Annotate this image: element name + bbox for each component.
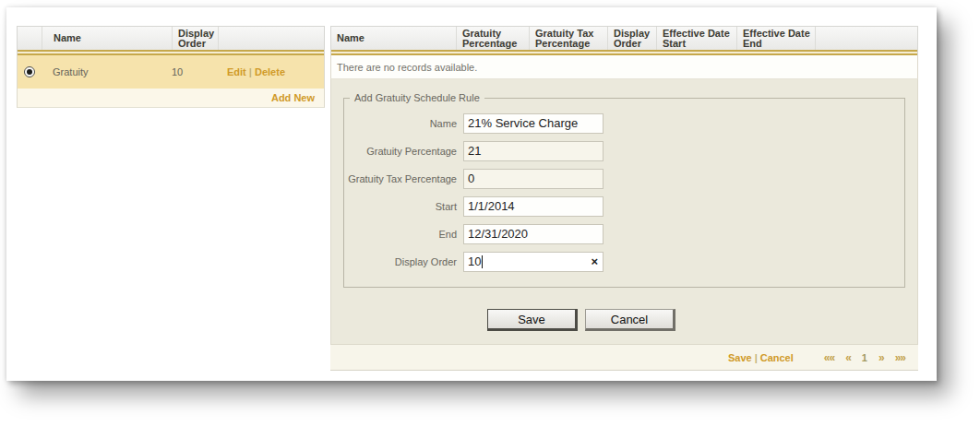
add-rule-form-area: Add Gratuity Schedule Rule Name Gratuity… xyxy=(330,79,918,344)
first-page-icon[interactable]: «« xyxy=(824,351,834,364)
cancel-button[interactable]: Cancel xyxy=(585,309,675,331)
gratuity-percentage-field[interactable] xyxy=(463,141,604,161)
fieldset-legend: Add Gratuity Schedule Rule xyxy=(350,92,484,103)
left-header-display-order: Display Order xyxy=(172,27,218,50)
footer-save-link[interactable]: Save xyxy=(728,352,752,363)
row-actions-cell: Edit | Delete xyxy=(218,66,324,77)
footer-cancel-link[interactable]: Cancel xyxy=(760,352,794,363)
clear-field-icon[interactable]: × xyxy=(591,254,598,268)
add-new-row: Add New xyxy=(17,89,325,108)
edit-link[interactable]: Edit xyxy=(227,66,246,77)
pagination: «« « 1 » »» xyxy=(819,351,911,364)
header-empty-column xyxy=(815,27,917,50)
form-row-start: Start xyxy=(344,195,904,217)
row-radio-button[interactable] xyxy=(18,66,42,77)
gratuity-percentage-label: Gratuity Percentage xyxy=(344,146,457,157)
footer-separator: | xyxy=(755,352,758,363)
action-separator: | xyxy=(249,66,252,77)
end-date-field[interactable] xyxy=(463,224,604,244)
start-label: Start xyxy=(344,201,457,212)
header-effective-date-start: Effective Date Start xyxy=(656,27,736,50)
right-table-header: Name Gratuity Percentage Gratuity Tax Pe… xyxy=(330,26,918,50)
left-header-radio-column xyxy=(18,27,42,50)
name-field[interactable] xyxy=(463,113,604,134)
radio-selected-icon xyxy=(24,66,35,77)
current-page-number: 1 xyxy=(862,352,867,363)
gratuity-tax-percentage-label: Gratuity Tax Percentage xyxy=(344,173,457,184)
form-row-gratuity-tax-percentage: Gratuity Tax Percentage xyxy=(344,168,904,189)
display-order-field[interactable]: 10 × xyxy=(463,252,604,272)
form-row-gratuity-percentage: Gratuity Percentage xyxy=(344,140,904,161)
display-order-label: Display Order xyxy=(344,256,457,267)
form-row-end: End xyxy=(344,223,904,244)
table-row-gratuity[interactable]: Gratuity 10 Edit | Delete xyxy=(17,55,325,89)
header-effective-date-end: Effective Date End xyxy=(736,27,815,50)
header-name: Name xyxy=(331,27,456,50)
form-row-name: Name xyxy=(344,112,904,134)
header-gratuity-tax-percentage: Gratuity Tax Percentage xyxy=(529,27,607,50)
display-order-value: 10 xyxy=(468,254,481,268)
last-page-icon[interactable]: »» xyxy=(895,351,905,364)
end-label: End xyxy=(344,229,457,240)
previous-page-icon[interactable]: « xyxy=(845,351,851,364)
save-button[interactable]: Save xyxy=(487,309,578,331)
start-date-field[interactable] xyxy=(463,196,604,217)
gratuity-schedule-panel: Name Gratuity Percentage Gratuity Tax Pe… xyxy=(330,26,918,371)
left-header-actions-column xyxy=(218,27,324,50)
delete-link[interactable]: Delete xyxy=(255,66,285,77)
panel-footer-bar: Save | Cancel «« « 1 » »» xyxy=(330,344,918,370)
add-new-link[interactable]: Add New xyxy=(271,92,315,103)
next-page-icon[interactable]: » xyxy=(878,351,884,364)
header-display-order: Display Order xyxy=(607,27,656,50)
left-table-header: Name Display Order xyxy=(17,26,325,50)
left-header-name: Name xyxy=(42,27,172,50)
text-cursor xyxy=(482,255,483,268)
content-card: Name Display Order Gratuity 10 Edit | De… xyxy=(6,7,937,381)
row-display-order-cell: 10 xyxy=(172,66,218,77)
form-row-display-order: Display Order 10 × xyxy=(344,251,904,272)
gratuity-list-table: Name Display Order Gratuity 10 Edit | De… xyxy=(17,26,325,108)
no-records-message: There are no records available. xyxy=(330,55,918,79)
header-gratuity-percentage: Gratuity Percentage xyxy=(456,27,529,50)
name-label: Name xyxy=(344,118,457,129)
add-rule-fieldset: Add Gratuity Schedule Rule Name Gratuity… xyxy=(343,92,905,288)
gratuity-tax-percentage-field[interactable] xyxy=(463,169,604,189)
row-name-cell: Gratuity xyxy=(42,66,172,77)
